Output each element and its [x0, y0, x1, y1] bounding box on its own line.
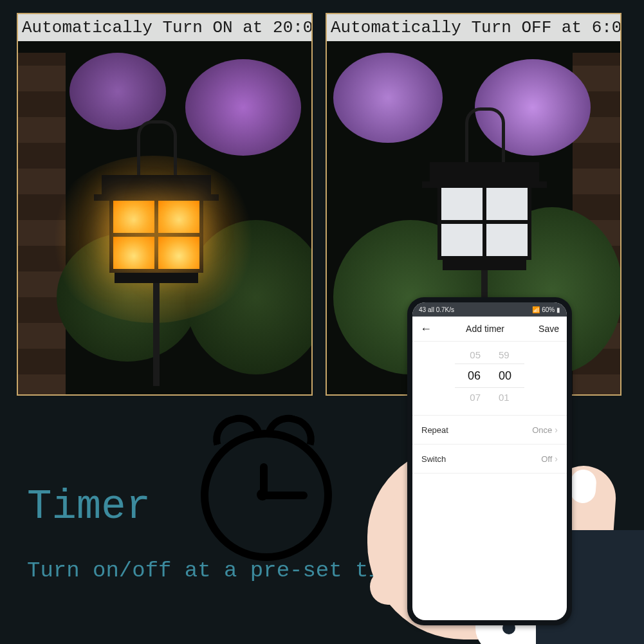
status-left-text: 43 all 0.7K/s: [419, 306, 454, 313]
back-button[interactable]: ←: [420, 322, 432, 336]
app-bar: ← Add timer Save: [412, 317, 567, 342]
lantern-pane: [113, 201, 154, 233]
lantern-pane: [486, 188, 528, 220]
lantern-pane: [158, 201, 199, 233]
hand-holding-phone: 43 all 0.7K/s 📶 60% ▮ ← Add timer Save 0…: [361, 417, 644, 644]
time-picker[interactable]: 05 59 06 00 07 01: [412, 342, 567, 416]
garden-scene-on: [18, 14, 311, 394]
feature-subtitle: Turn on/off at a pre-set time: [27, 558, 408, 583]
lantern-roof: [430, 162, 539, 184]
thumbnail: [569, 469, 598, 504]
picker-row[interactable]: 07 01: [470, 388, 509, 406]
promo-canvas: Automatically Turn ON at 20:00: [0, 0, 644, 644]
setting-value: Off›: [541, 454, 558, 464]
lantern-hook: [465, 107, 505, 169]
lantern-on: [102, 175, 211, 297]
lantern-base: [115, 273, 198, 283]
picker-hour: 05: [470, 349, 481, 360]
lantern-pane: [113, 237, 154, 269]
setting-row-switch[interactable]: Switch Off›: [412, 445, 567, 474]
wood-post: [17, 53, 66, 396]
feature-title: Timer: [27, 484, 151, 530]
lantern-body: [437, 184, 531, 260]
lantern-hook: [137, 120, 177, 181]
setting-label: Repeat: [421, 425, 448, 435]
clock-center-pin: [257, 489, 268, 501]
picker-hour: 06: [468, 369, 481, 383]
picker-minute: 00: [499, 369, 511, 383]
picker-hour: 07: [470, 392, 481, 403]
picker-minute: 01: [499, 392, 510, 403]
lantern-pane: [158, 237, 199, 269]
lantern-roof: [102, 175, 211, 197]
status-right-text: 📶 60% ▮: [532, 306, 560, 313]
save-button[interactable]: Save: [538, 324, 559, 334]
phone-screen: 43 all 0.7K/s 📶 60% ▮ ← Add timer Save 0…: [412, 302, 567, 620]
alarm-clock-icon: [188, 412, 336, 560]
flower-cluster: [185, 59, 301, 156]
lantern-off: [430, 162, 539, 284]
panel-lamp-on: Automatically Turn ON at 20:00: [17, 13, 313, 396]
setting-row-repeat[interactable]: Repeat Once›: [412, 416, 567, 445]
picker-row[interactable]: 05 59: [470, 345, 509, 363]
lantern-pane: [486, 224, 528, 256]
lantern-stem: [153, 283, 160, 386]
flower-cluster: [69, 53, 166, 130]
phone-status-bar: 43 all 0.7K/s 📶 60% ▮: [412, 302, 567, 317]
lantern-pane: [441, 224, 483, 256]
panel-caption-off: Automatically Turn OFF at 6:00: [327, 14, 620, 41]
screen-title: Add timer: [466, 324, 504, 334]
setting-label: Switch: [421, 454, 446, 464]
picker-minute: 59: [499, 349, 510, 360]
picker-row-selected[interactable]: 06 00: [455, 363, 524, 388]
lantern-body: [109, 197, 203, 273]
panel-caption-on: Automatically Turn ON at 20:00: [18, 14, 311, 41]
setting-value: Once›: [532, 425, 558, 435]
screen-blank-area: [412, 474, 567, 620]
flower-cluster: [333, 53, 443, 143]
chevron-right-icon: ›: [555, 454, 558, 464]
chevron-right-icon: ›: [555, 425, 558, 435]
phone-mockup: 43 all 0.7K/s 📶 60% ▮ ← Add timer Save 0…: [407, 297, 572, 625]
lantern-pane: [441, 188, 483, 220]
lantern-base: [443, 260, 526, 270]
